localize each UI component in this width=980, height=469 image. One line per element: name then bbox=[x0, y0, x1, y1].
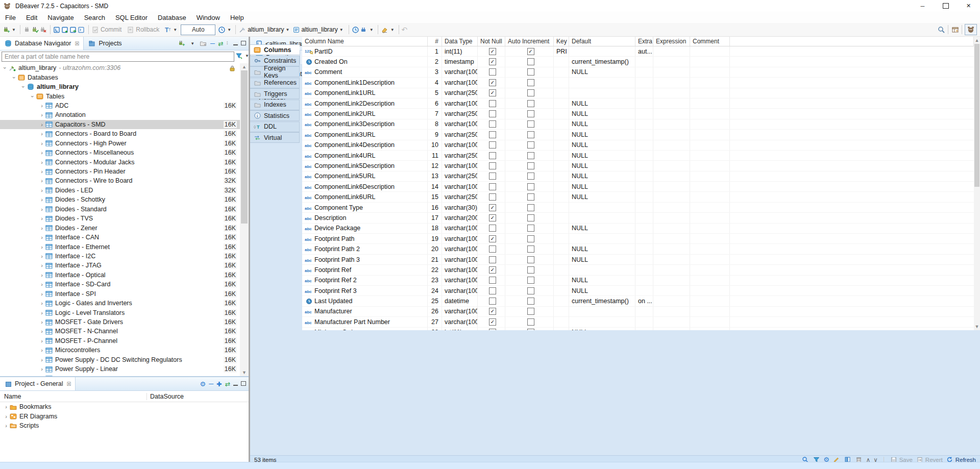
auto-increment-checkbox[interactable] bbox=[527, 318, 534, 326]
cell-not-null[interactable]: ✓ bbox=[478, 317, 505, 327]
cell-expression[interactable] bbox=[653, 119, 690, 129]
not-null-checkbox[interactable]: ✓ bbox=[489, 79, 496, 86]
cell-data-type[interactable]: varchar(100) bbox=[442, 224, 478, 233]
cell-extra[interactable] bbox=[635, 119, 653, 129]
auto-increment-checkbox[interactable] bbox=[527, 256, 534, 263]
not-null-checkbox[interactable]: ✓ bbox=[489, 214, 496, 221]
cell-column-name[interactable]: abcFootprint Ref bbox=[302, 265, 428, 275]
menu-file[interactable]: File bbox=[0, 12, 21, 23]
cell-not-null[interactable] bbox=[478, 171, 505, 181]
cell-ordinal[interactable]: 20 bbox=[428, 244, 442, 254]
cell-auto-increment[interactable] bbox=[505, 296, 554, 306]
cell-column-name[interactable]: abcComponentLink1URL bbox=[302, 88, 428, 98]
tree-expander-icon[interactable]: › bbox=[2, 65, 8, 71]
cell-data-type[interactable]: varchar(100) bbox=[442, 234, 478, 243]
cell-auto-increment[interactable] bbox=[505, 234, 554, 243]
cell-extra[interactable] bbox=[635, 224, 653, 233]
grid-row[interactable]: abcComponentLink1URL5varchar(250)✓ bbox=[302, 88, 974, 98]
cell-key[interactable] bbox=[554, 328, 569, 330]
tree-expander-icon[interactable]: › bbox=[39, 234, 45, 240]
grid-row[interactable]: abcFootprint Path 321varchar(100)NULL bbox=[302, 255, 974, 265]
filter-icon[interactable] bbox=[235, 52, 243, 62]
cell-column-name[interactable]: abcComponentLink6URL bbox=[302, 192, 428, 202]
cell-extra[interactable] bbox=[635, 317, 653, 327]
tree-expander-icon[interactable]: › bbox=[39, 291, 45, 297]
cell-column-name[interactable]: 123PartID bbox=[302, 46, 428, 56]
cell-key[interactable] bbox=[554, 171, 569, 181]
not-null-checkbox[interactable] bbox=[489, 100, 496, 107]
cell-auto-increment[interactable] bbox=[505, 244, 554, 254]
cell-expression[interactable] bbox=[653, 307, 690, 316]
cell-comment[interactable] bbox=[690, 328, 730, 330]
cell-column-name[interactable]: abcFootprint Path 2 bbox=[302, 244, 428, 254]
disconnect-icon[interactable] bbox=[39, 26, 47, 34]
cell-comment[interactable] bbox=[690, 276, 730, 285]
cell-extra[interactable] bbox=[635, 244, 653, 254]
grid-row[interactable]: abcComponentLink6Description14varchar(10… bbox=[302, 182, 974, 192]
cell-comment[interactable] bbox=[690, 119, 730, 129]
tree-table-item[interactable]: ›MOSFET - Gate Drivers16K bbox=[0, 317, 240, 327]
auto-increment-checkbox[interactable] bbox=[527, 277, 534, 284]
tree-table-item[interactable]: ›Connectors - Miscellaneous16K bbox=[0, 148, 240, 157]
cell-key[interactable] bbox=[554, 317, 569, 327]
tree-table-item[interactable]: ›Capacitors - SMD16K bbox=[0, 120, 240, 129]
cell-not-null[interactable]: ✓ bbox=[478, 307, 505, 316]
cell-data-type[interactable]: varchar(250) bbox=[442, 151, 478, 160]
cell-column-name[interactable]: abcManufacturer Part Number bbox=[302, 317, 428, 327]
cell-column-name[interactable]: abcComponent Type bbox=[302, 203, 428, 212]
tree-expander-icon[interactable]: › bbox=[39, 159, 45, 165]
tree-expander-icon[interactable]: › bbox=[39, 366, 45, 372]
menu-database[interactable]: Database bbox=[153, 12, 191, 23]
cell-ordinal[interactable]: 24 bbox=[428, 286, 442, 295]
nav-new-connection-caret[interactable]: ▼ bbox=[190, 41, 194, 46]
cell-not-null[interactable]: ✓ bbox=[478, 213, 505, 223]
sql-editor-recent-icon[interactable] bbox=[69, 26, 78, 34]
cell-default[interactable]: NULL bbox=[569, 255, 635, 264]
cell-default[interactable]: NULL bbox=[569, 328, 635, 330]
cell-extra[interactable] bbox=[635, 98, 653, 108]
auto-increment-checkbox[interactable] bbox=[527, 152, 534, 159]
cell-not-null[interactable]: ✓ bbox=[478, 265, 505, 275]
not-null-checkbox[interactable]: ✓ bbox=[489, 58, 496, 65]
not-null-checkbox[interactable] bbox=[489, 225, 496, 232]
cell-data-type[interactable]: timestamp bbox=[442, 57, 478, 66]
cell-not-null[interactable] bbox=[478, 140, 505, 150]
not-null-checkbox[interactable] bbox=[489, 193, 496, 201]
cell-not-null[interactable] bbox=[478, 328, 505, 330]
cell-expression[interactable] bbox=[653, 67, 690, 77]
cell-data-type[interactable]: varchar(100) bbox=[442, 286, 478, 295]
cell-key[interactable] bbox=[554, 286, 569, 295]
cell-extra[interactable] bbox=[635, 213, 653, 223]
auto-increment-checkbox[interactable] bbox=[527, 58, 534, 65]
cell-extra[interactable] bbox=[635, 182, 653, 191]
not-null-checkbox[interactable]: ✓ bbox=[489, 48, 496, 55]
sql-console-icon[interactable] bbox=[78, 26, 86, 34]
tree-expander-icon[interactable]: › bbox=[39, 281, 45, 287]
cell-ordinal[interactable]: 2 bbox=[428, 57, 442, 66]
auto-increment-checkbox[interactable]: ✓ bbox=[527, 48, 534, 55]
tree-expander-icon[interactable]: › bbox=[39, 112, 45, 118]
cell-not-null[interactable] bbox=[478, 255, 505, 264]
not-null-checkbox[interactable]: ✓ bbox=[489, 308, 496, 315]
cell-data-type[interactable]: varchar(100) bbox=[442, 307, 478, 316]
tree-expander-icon[interactable]: › bbox=[39, 357, 45, 363]
cell-key[interactable] bbox=[554, 244, 569, 254]
cell-extra[interactable] bbox=[635, 130, 653, 139]
cell-key[interactable] bbox=[554, 192, 569, 202]
tree-table-item[interactable]: ›Diodes - Standard16K bbox=[0, 205, 240, 214]
tree-table-item[interactable]: ›Connectors - Modular Jacks16K bbox=[0, 157, 240, 166]
cell-default[interactable] bbox=[569, 46, 635, 56]
side-tab-indexes[interactable]: Indexes bbox=[250, 100, 300, 110]
cell-column-name[interactable]: abcComponentLink2URL bbox=[302, 109, 428, 118]
cell-auto-increment[interactable] bbox=[505, 182, 554, 191]
cell-data-type[interactable]: datetime bbox=[442, 296, 478, 306]
grid-row[interactable]: abcComponentLink2Description6varchar(100… bbox=[302, 98, 974, 109]
cell-key[interactable] bbox=[554, 130, 569, 139]
tree-table-item[interactable]: ›Connectors - Board to Board16K bbox=[0, 129, 240, 138]
minimize-button[interactable]: ─ bbox=[911, 0, 934, 12]
not-null-checkbox[interactable] bbox=[489, 172, 496, 180]
project-item-er-diagrams[interactable]: ›ER Diagrams bbox=[0, 411, 249, 421]
grid-row[interactable]: abcComponentLink5URL13varchar(250)NULL bbox=[302, 171, 974, 182]
cell-comment[interactable] bbox=[690, 265, 730, 275]
side-tab-statistics[interactable]: iStatistics bbox=[250, 110, 300, 121]
